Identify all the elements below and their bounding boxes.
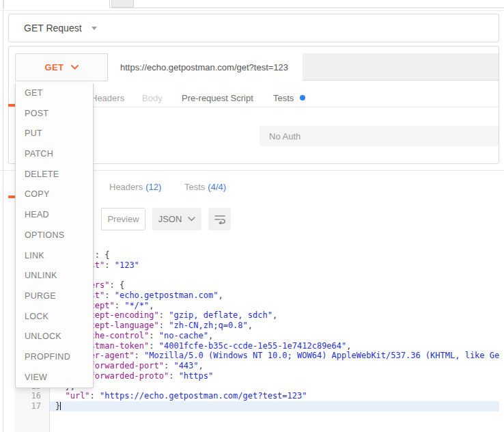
- code-line-text: "user-agent": "Mozilla/5.0 (Windows NT 1…: [50, 351, 499, 361]
- method-option-patch[interactable]: PATCH: [16, 144, 93, 165]
- method-option-unlink[interactable]: UNLINK: [16, 266, 93, 286]
- code-line-text: "accept-language": "zh-CN,zh;q=0.8",: [50, 321, 499, 331]
- code-line-text: "x-forwarded-proto": "https": [50, 371, 499, 381]
- response-tab-tests-count: (4/4): [208, 182, 226, 192]
- top-divider: [0, 10, 504, 11]
- wrap-text-button[interactable]: [208, 208, 231, 230]
- code-line-text: "args": {: [50, 250, 499, 260]
- format-select-value: JSON: [158, 214, 182, 224]
- method-menu: GETPOSTPUTPATCHDELETECOPYHEADOPTIONSLINK…: [15, 83, 94, 388]
- line-number: 16: [15, 391, 50, 401]
- code-line-text: },: [50, 381, 499, 392]
- chevron-down-icon: [92, 27, 97, 30]
- url-input[interactable]: https://echo.getpostman.com/get?test=123: [108, 53, 303, 81]
- auth-type-select[interactable]: No Auth: [260, 126, 499, 146]
- method-option-purge[interactable]: PURGE: [16, 286, 93, 307]
- method-dropdown-button[interactable]: GET: [15, 53, 108, 81]
- tests-dot-indicator: [300, 95, 305, 100]
- method-option-unlock[interactable]: UNLOCK: [16, 327, 93, 347]
- line-number: 17: [15, 401, 50, 411]
- code-line-text: "url": "https://echo.getpostman.com/get?…: [50, 391, 499, 401]
- auth-type-value: No Auth: [269, 131, 300, 141]
- method-label: GET: [44, 62, 64, 72]
- response-tab-tests[interactable]: Tests(4/4): [184, 182, 226, 192]
- app-window: GET Request https://echo.getpostman.com/…: [0, 0, 504, 432]
- method-option-view[interactable]: VIEW: [16, 368, 93, 388]
- code-line-text: "x-forwarded-port": "443",: [50, 361, 499, 371]
- format-select[interactable]: JSON: [152, 208, 201, 230]
- request-tab-active[interactable]: [3, 0, 110, 8]
- text-wrap-icon: [214, 214, 226, 224]
- code-line-text: }: [50, 401, 499, 411]
- tab-headers[interactable]: Headers: [91, 93, 124, 103]
- panel-left-border: [3, 0, 3, 432]
- method-option-put[interactable]: PUT: [16, 124, 93, 144]
- code-line-text: "postman-token": "4001fcfe-b35c-ccde-1e5…: [50, 341, 499, 351]
- method-option-copy[interactable]: COPY: [16, 185, 93, 205]
- tab-pre-request-script[interactable]: Pre-request Script: [182, 93, 253, 103]
- tab-tests[interactable]: Tests: [273, 93, 294, 103]
- code-line-text: "headers": {: [50, 280, 499, 291]
- preview-button[interactable]: Preview: [101, 208, 145, 230]
- method-option-lock[interactable]: LOCK: [16, 307, 93, 327]
- collection-header[interactable]: GET Request: [8, 14, 499, 42]
- response-tab-headers-label: Headers: [109, 182, 143, 192]
- tab-body[interactable]: Body: [142, 93, 163, 103]
- response-tab-headers-count: (12): [145, 182, 161, 192]
- method-option-post[interactable]: POST: [16, 104, 93, 124]
- code-line-text: },: [50, 270, 499, 280]
- method-option-link[interactable]: LINK: [16, 246, 93, 267]
- tabbar-bottom-border: [110, 8, 504, 8]
- method-option-propfind[interactable]: PROPFIND: [16, 347, 93, 368]
- new-tab-button[interactable]: [111, 0, 134, 8]
- code-line-text: "host": "echo.getpostman.com",: [50, 291, 499, 301]
- method-option-options[interactable]: OPTIONS: [16, 226, 93, 246]
- code-line-text: "accept-encoding": "gzip, deflate, sdch"…: [50, 310, 499, 321]
- code-line-text: "cache-control": "no-cache",: [50, 331, 499, 341]
- method-option-delete[interactable]: DELETE: [16, 165, 93, 185]
- code-line-text: {: [50, 240, 499, 250]
- code-line-text: "test": "123": [50, 260, 499, 271]
- response-tab-tests-label: Tests: [184, 182, 205, 192]
- preview-button-label: Preview: [107, 214, 139, 224]
- code-line-16: 16 "url": "https://echo.getpostman.com/g…: [15, 391, 499, 401]
- code-line-text: "accept": "*/*",: [50, 301, 499, 311]
- response-tab-headers[interactable]: Headers(12): [109, 182, 161, 192]
- url-text: https://echo.getpostman.com/get?test=123: [120, 62, 288, 72]
- method-option-head[interactable]: HEAD: [16, 205, 93, 226]
- collection-title: GET Request: [24, 23, 82, 33]
- chevron-down-icon: [71, 65, 79, 70]
- code-line-17: 17}: [15, 401, 499, 411]
- chevron-down-icon: [188, 217, 195, 221]
- url-row-empty-area: [303, 53, 499, 80]
- method-option-get[interactable]: GET: [16, 83, 93, 104]
- text-cursor: [60, 402, 61, 410]
